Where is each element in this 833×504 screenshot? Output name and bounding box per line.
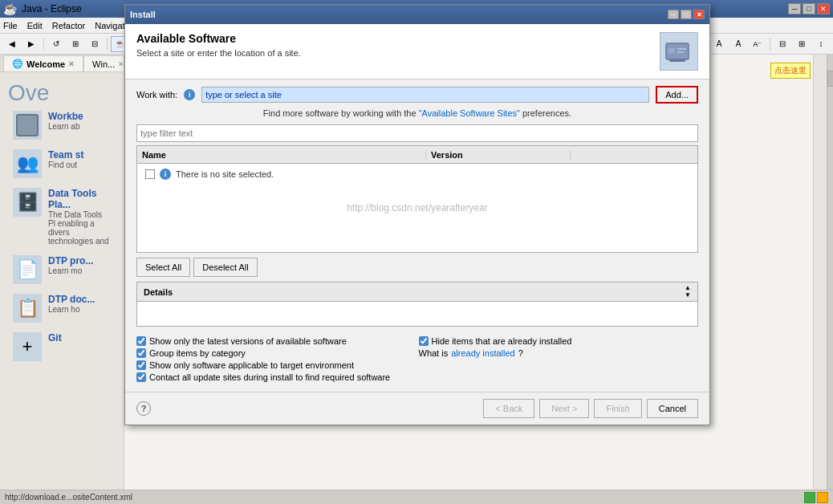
menu-file[interactable]: File (3, 21, 18, 30)
next-button[interactable]: Next > (539, 399, 589, 418)
toolbar-misc1[interactable]: ⊟ (774, 36, 791, 52)
maximize-button[interactable]: □ (803, 3, 815, 14)
option-3: Group items by category (136, 348, 416, 358)
minimize-button[interactable]: ─ (788, 3, 801, 14)
toolbar-forward[interactable]: ▶ (22, 36, 40, 52)
cancel-button[interactable]: Cancel (647, 399, 698, 418)
option-3-checkbox[interactable] (136, 348, 146, 358)
option-6-label: Contact all update sites during install … (149, 372, 390, 382)
toolbar-btn1[interactable]: ↺ (47, 36, 65, 52)
toolbar-back[interactable]: ◀ (3, 36, 21, 52)
name-column-header: Name (137, 150, 426, 160)
toolbar-annotation3[interactable]: A⁻ (749, 36, 766, 52)
welcome-data[interactable]: 🗄️ Data Tools Pla... The Data Tools Pl e… (8, 183, 116, 250)
finish-button[interactable]: Finish (594, 399, 641, 418)
annotation-text: 点击这里 (774, 66, 807, 75)
svg-rect-1 (668, 48, 675, 53)
dialog-minimize[interactable]: ─ (668, 10, 679, 19)
statusbar: http://download.e...ositeContent.xml (0, 490, 833, 504)
options-section: Show only the latest versions of availab… (136, 333, 698, 385)
already-installed-link[interactable]: already installed (451, 348, 515, 358)
toolbar-btn3[interactable]: ⊟ (86, 36, 104, 52)
toolbar-btn2[interactable]: ⊞ (67, 36, 84, 52)
dialog-close[interactable]: ✕ (693, 10, 705, 19)
dialog-maximize[interactable]: □ (681, 10, 692, 19)
info-text: Find more software by working with the (263, 108, 419, 118)
dtp-title: DTP pro... (48, 255, 111, 266)
workbench-icon-box (13, 111, 42, 140)
tab-bar: 🌐 Welcome ✕ Win... ✕ (0, 55, 124, 72)
dialog-subtitle: Select a site or enter the location of a… (136, 48, 652, 58)
dialog-title: Install (130, 10, 156, 19)
row-checkbox[interactable] (145, 169, 155, 179)
option-6-checkbox[interactable] (136, 372, 146, 382)
scroll-up-button[interactable]: ▲ (685, 285, 691, 291)
row-text: There is no site selected. (176, 169, 274, 179)
tab-welcome[interactable]: 🌐 Welcome ✕ (3, 55, 83, 71)
details-label: Details (144, 287, 173, 297)
details-header: Details ▲ ▼ (137, 282, 697, 302)
option-5-label: Show only software applicable to target … (149, 360, 354, 370)
annotation-label: 点击这里 (770, 63, 811, 79)
welcome-git[interactable]: + Git (8, 327, 116, 366)
dialog-body: Work with: i Add... Find more software b… (125, 79, 709, 392)
menu-refactor[interactable]: Refactor (52, 21, 86, 30)
option-2-label: Hide items that are already installed (432, 336, 572, 346)
tab-window-close[interactable]: ✕ (118, 60, 124, 68)
svg-rect-2 (677, 48, 686, 50)
welcome-dtp2[interactable]: 📋 DTP doc... Learn ho (8, 289, 116, 327)
globe-icon: 🌐 (12, 59, 23, 69)
option-5: Show only software applicable to target … (136, 360, 416, 370)
dtp2-title: DTP doc... (48, 294, 111, 305)
tab-close-icon[interactable]: ✕ (68, 60, 75, 68)
options-grid: Show only the latest versions of availab… (136, 336, 698, 382)
team-desc: Find out (48, 161, 111, 169)
team-icon-box: 👥 (13, 149, 42, 178)
toolbar-misc2[interactable]: ⊞ (793, 36, 811, 52)
svg-rect-4 (669, 59, 685, 62)
dialog-main-title: Available Software (136, 32, 652, 45)
welcome-workbench[interactable]: Workbe Learn ab (8, 106, 116, 144)
table-body: i There is no site selected. http://blog… (137, 164, 697, 252)
dtp-desc: Learn mo (48, 266, 111, 275)
select-all-button[interactable]: Select All (136, 258, 190, 277)
toolbar-annotation2[interactable]: A (729, 36, 747, 52)
details-scroll-buttons: ▲ ▼ (685, 285, 691, 299)
deselect-all-button[interactable]: Deselect All (193, 258, 257, 277)
option-2-checkbox[interactable] (419, 336, 429, 346)
select-buttons: Select All Deselect All (136, 258, 698, 277)
work-with-input[interactable] (201, 87, 649, 103)
right-sidebar (813, 55, 833, 504)
tab-window[interactable]: Win... ✕ (83, 55, 124, 71)
data-desc: The Data Tools Pl enabling a divers tech… (48, 210, 111, 246)
filter-input[interactable] (136, 124, 698, 142)
workbench-title: Workbe (48, 111, 111, 122)
welcome-dtp[interactable]: 📄 DTP pro... Learn mo (8, 250, 116, 289)
option-5-checkbox[interactable] (136, 360, 146, 370)
help-button[interactable]: ? (136, 401, 151, 416)
work-with-row: Work with: i Add... (136, 86, 698, 104)
git-title: Git (48, 332, 111, 343)
close-button[interactable]: ✕ (817, 3, 830, 14)
scroll-down-button[interactable]: ▼ (685, 292, 691, 299)
back-button[interactable]: < Back (483, 399, 534, 418)
work-with-info-icon: i (184, 89, 195, 100)
option-3-label: Group items by category (149, 348, 246, 358)
workbench-desc: Learn ab (48, 122, 111, 131)
window-controls: ─ □ ✕ (788, 3, 830, 14)
option-1-checkbox[interactable] (136, 336, 146, 346)
team-title: Team st (48, 149, 111, 161)
status-warning (817, 492, 828, 503)
window-icon: ☕ (3, 2, 17, 15)
overview-title: Ove (8, 80, 116, 106)
add-button[interactable]: Add... (656, 86, 698, 104)
git-icon-box: + (13, 332, 42, 361)
toolbar-annotation[interactable]: A (710, 36, 728, 52)
version-column-header: Version (426, 150, 571, 160)
toolbar-misc3[interactable]: ↕ (812, 36, 830, 52)
status-indicator (804, 492, 815, 503)
available-software-sites-link[interactable]: "Available Software Sites" (419, 108, 520, 118)
welcome-team[interactable]: 👥 Team st Find out (8, 144, 116, 183)
menu-edit[interactable]: Edit (27, 21, 43, 30)
watermark-text: http://blog.csdn.net/yearafteryear (347, 202, 487, 213)
